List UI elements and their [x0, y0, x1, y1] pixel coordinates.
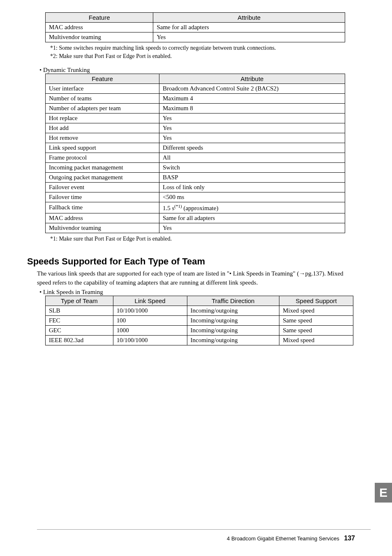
cell: IEEE 802.3ad: [46, 336, 113, 345]
table-row: Fallback time1.5 s(*1) (approximate): [46, 202, 345, 213]
col-header: Attribute: [153, 13, 345, 23]
footer-rule: [37, 529, 371, 530]
table1-notes: *1: Some switches require matching link …: [50, 44, 355, 61]
cell: Number of teams: [46, 93, 159, 103]
cell: Multivendor teaming: [46, 32, 153, 42]
cell: Same for all adapters: [159, 213, 345, 223]
bullet-dynamic-trunking: • Dynamic Trunking: [39, 67, 355, 74]
table-row: Multivendor teaming Yes: [46, 32, 345, 42]
cell: All: [159, 153, 345, 162]
table-row: IEEE 802.3ad 10/100/1000 Incoming/outgoi…: [46, 336, 353, 345]
cell: Mixed speed: [279, 306, 353, 316]
table-row: Incoming packet managementSwitch: [46, 162, 345, 172]
cell: Hot remove: [46, 133, 159, 143]
table-row: SLB 10/100/1000 Incoming/outgoing Mixed …: [46, 306, 353, 316]
cell: Switch: [159, 162, 345, 172]
cell: Number of adapters per team: [46, 103, 159, 113]
table-row: Outgoing packet managementBASP: [46, 172, 345, 182]
cell: 10/100/1000: [113, 336, 187, 345]
table-row: Link speed supportDifferent speeds: [46, 143, 345, 153]
table2-note: *1: Make sure that Port Fast or Edge Por…: [50, 235, 355, 243]
cell: Incoming/outgoing: [187, 336, 279, 345]
table-row: Hot removeYes: [46, 133, 345, 143]
col-header: Feature: [46, 74, 159, 83]
cell: Failover event: [46, 182, 159, 192]
cell: FEC: [46, 316, 113, 326]
cell: Same speed: [279, 316, 353, 326]
cell: BASP: [159, 172, 345, 182]
cell: Loss of link only: [159, 182, 345, 192]
cell: 1000: [113, 326, 187, 336]
cell: MAC address: [46, 23, 153, 32]
cell: User interface: [46, 83, 159, 93]
table-row: Number of teamsMaximum 4: [46, 93, 345, 103]
cell: 10/100/1000: [113, 306, 187, 316]
cell: Incoming/outgoing: [187, 326, 279, 336]
cell: Same speed: [279, 326, 353, 336]
cell: Maximum 4: [159, 93, 345, 103]
cell: Frame protocol: [46, 153, 159, 162]
col-header: Attribute: [159, 74, 345, 83]
cell: MAC address: [46, 213, 159, 223]
table-row: Number of adapters per teamMaximum 8: [46, 103, 345, 113]
cell: Incoming packet management: [46, 162, 159, 172]
table-row: Failover eventLoss of link only: [46, 182, 345, 192]
note: *1: Some switches require matching link …: [50, 44, 355, 52]
note: *1: Make sure that Port Fast or Edge Por…: [50, 235, 355, 243]
bullet-link-speeds: • Link Speeds in Teaming: [39, 289, 355, 296]
cell: Multivendor teaming: [46, 223, 159, 233]
side-tab: E: [375, 483, 392, 503]
cell: SLB: [46, 306, 113, 316]
table-feature-attribute-1: Feature Attribute MAC address Same for a…: [45, 12, 345, 42]
table-row: Hot replaceYes: [46, 113, 345, 123]
cell: GEC: [46, 326, 113, 336]
cell: Incoming/outgoing: [187, 316, 279, 326]
cell: Mixed speed: [279, 336, 353, 345]
cell: Hot replace: [46, 113, 159, 123]
cell-fallback-time: 1.5 s(*1) (approximate): [159, 202, 345, 213]
note: *2: Make sure that Port Fast or Edge Por…: [50, 52, 355, 60]
table-row: User interfaceBroadcom Advanced Control …: [46, 83, 345, 93]
cell: Yes: [159, 113, 345, 123]
col-header: Speed Support: [279, 296, 353, 306]
cell: Yes: [153, 32, 345, 42]
cell: Fallback time: [46, 202, 159, 213]
cell: Different speeds: [159, 143, 345, 153]
cell: <500 ms: [159, 192, 345, 202]
col-header: Feature: [46, 13, 153, 23]
cell: Link speed support: [46, 143, 159, 153]
cell: Incoming/outgoing: [187, 306, 279, 316]
table-row: FEC 100 Incoming/outgoing Same speed: [46, 316, 353, 326]
section-body: The various link speeds that are support…: [37, 269, 355, 287]
col-header: Traffic Direction: [187, 296, 279, 306]
table-row: GEC 1000 Incoming/outgoing Same speed: [46, 326, 353, 336]
cell: Hot add: [46, 123, 159, 133]
cell: Broadcom Advanced Control Suite 2 (BACS2…: [159, 83, 345, 93]
cell: Outgoing packet management: [46, 172, 159, 182]
col-header: Type of Team: [46, 296, 113, 306]
table-feature-attribute-2: Feature Attribute User interfaceBroadcom…: [45, 74, 345, 233]
table-row: Multivendor teamingYes: [46, 223, 345, 233]
cell: Failover time: [46, 192, 159, 202]
cell: Yes: [159, 123, 345, 133]
col-header: Link Speed: [113, 296, 187, 306]
table-row: MAC address Same for all adapters: [46, 23, 345, 32]
table-row: Hot addYes: [46, 123, 345, 133]
cell: Same for all adapters: [153, 23, 345, 32]
cell: Yes: [159, 223, 345, 233]
page-number: 137: [344, 535, 355, 542]
section-title: Speeds Supported for Each Type of Team: [27, 256, 355, 267]
cell: 100: [113, 316, 187, 326]
footer: 4 Broadcom Gigabit Ethernet Teaming Serv…: [227, 535, 355, 542]
table-row: MAC addressSame for all adapters: [46, 213, 345, 223]
cell: Maximum 8: [159, 103, 345, 113]
cell: Yes: [159, 133, 345, 143]
footer-text: 4 Broadcom Gigabit Ethernet Teaming Serv…: [227, 535, 339, 542]
table-row: Frame protocolAll: [46, 153, 345, 162]
table-row: Failover time<500 ms: [46, 192, 345, 202]
table-link-speeds: Type of Team Link Speed Traffic Directio…: [45, 296, 353, 345]
